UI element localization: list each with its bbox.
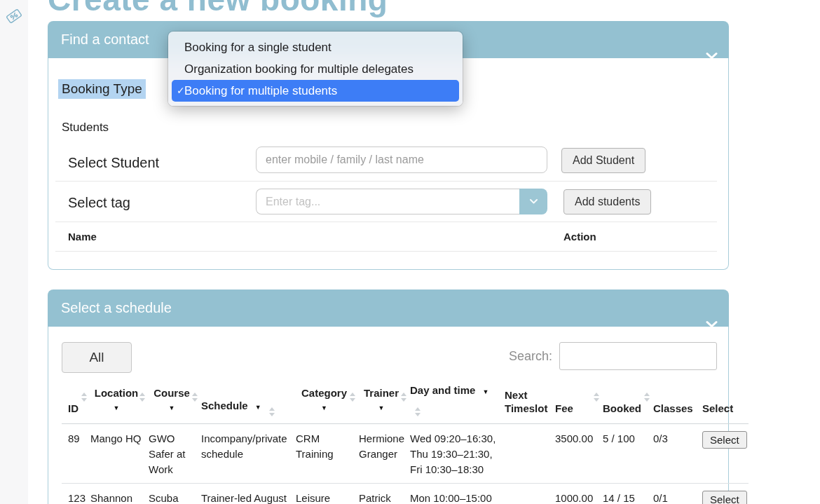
col-header-id[interactable]: ID (62, 379, 90, 423)
sort-icon (401, 393, 406, 402)
schedule-row-89: 89 Mango HQ GWO Safer at Work Incompany/… (62, 423, 749, 483)
cell-day-time: Wed 09:20–16:30, Thu 19:30–21:30, Fri 10… (409, 423, 504, 483)
divider (55, 181, 717, 182)
main-content: Create a new booking Find a contact Book… (28, 0, 820, 504)
schedule-row-123: 123 Shannon Leisure Scuba Diving Trainer… (62, 483, 749, 504)
sort-icon (594, 393, 599, 402)
filter-dropdown-icon[interactable]: ▼ (90, 402, 142, 415)
chevron-down-icon (529, 196, 538, 207)
cell-select: Select (702, 483, 749, 504)
dropdown-option-organization[interactable]: Organization booking for multiple delega… (168, 58, 463, 80)
filter-dropdown-icon[interactable]: ▼ (359, 402, 404, 415)
select-schedule-button[interactable]: Select (702, 491, 747, 504)
cell-id: 89 (62, 423, 90, 483)
add-student-button[interactable]: Add Student (561, 148, 645, 173)
col-header-select: Select (702, 379, 749, 423)
cell-schedule: Trainer-led August 2023 (200, 483, 295, 504)
filter-dropdown-icon[interactable]: ▼ (296, 402, 353, 415)
cell-next-timeslot (504, 483, 554, 504)
select-schedule-panel: Select a schedule All Search: ID (48, 290, 729, 504)
cell-trainer: Patrick Star (358, 483, 409, 504)
sort-icon (415, 407, 421, 416)
sort-icon (269, 407, 275, 416)
cell-location: Mango HQ (90, 423, 148, 483)
sort-icon (192, 393, 198, 402)
dropdown-option-single-student[interactable]: Booking for a single student (168, 36, 463, 58)
col-header-fee[interactable]: Fee (554, 379, 602, 423)
col-header-course[interactable]: Course ▼ (148, 379, 200, 423)
divider (55, 251, 717, 252)
select-schedule-title: Select a schedule (61, 300, 172, 315)
col-header-next-timeslot[interactable]: Next Timeslot (504, 379, 554, 423)
col-header-trainer[interactable]: Trainer ▼ (358, 379, 409, 423)
cell-fee: 3500.00 (554, 423, 602, 483)
all-filter-button[interactable]: All (62, 342, 132, 373)
col-header-schedule[interactable]: Schedule ▼ (200, 379, 295, 423)
booking-type-dropdown: Booking for a single student Organizatio… (168, 32, 463, 106)
students-label: Students (62, 121, 109, 135)
sort-icon (350, 393, 355, 402)
col-header-category[interactable]: Category ▼ (295, 379, 358, 423)
schedule-table: ID Location ▼ Course ▼ (62, 379, 749, 504)
booking-type-label: Booking Type (58, 79, 146, 99)
cell-category: Leisure (295, 483, 358, 504)
schedule-table-header-row: ID Location ▼ Course ▼ (62, 379, 749, 423)
cell-booked: 5 / 100 (602, 423, 652, 483)
find-contact-title: Find a contact (61, 32, 149, 47)
select-schedule-panel-header[interactable]: Select a schedule (48, 290, 729, 327)
checkmark-icon: ✓ (177, 80, 185, 102)
col-header-day-time[interactable]: Day and time ▼ (409, 379, 504, 423)
contacts-action-header: Action (563, 231, 596, 243)
cell-location: Shannon Leisure (90, 483, 148, 504)
sort-icon (81, 393, 87, 402)
filter-dropdown-icon[interactable]: ▼ (483, 388, 489, 395)
select-student-label: Select Student (68, 155, 159, 171)
tag-input[interactable] (256, 189, 519, 214)
cell-select: Select (702, 423, 749, 483)
cell-trainer: Hermione Granger (358, 423, 409, 483)
select-tag-label: Select tag (68, 195, 130, 211)
coupon-icon[interactable] (4, 6, 24, 29)
find-contact-panel: Find a contact Booking Type Students Sel… (48, 21, 729, 270)
cell-category: CRM Training (295, 423, 358, 483)
cell-booked: 14 / 15 (602, 483, 652, 504)
tag-dropdown-button[interactable] (519, 189, 547, 214)
search-input[interactable] (559, 342, 717, 370)
select-student-input[interactable] (256, 147, 547, 173)
add-students-button[interactable]: Add students (563, 189, 651, 214)
page-title: Create a new booking (48, 0, 388, 18)
cell-next-timeslot (504, 423, 554, 483)
cell-id: 123 (62, 483, 90, 504)
dropdown-option-multiple-students[interactable]: ✓ Booking for multiple students (172, 80, 459, 102)
col-header-location[interactable]: Location ▼ (90, 379, 148, 423)
search-label: Search: (509, 349, 552, 364)
select-schedule-panel-body: All Search: ID Location (48, 327, 729, 504)
cell-classes: 0/3 (652, 423, 702, 483)
cell-schedule: Incompany/private schedule (200, 423, 295, 483)
contacts-name-header: Name (68, 231, 97, 243)
filter-dropdown-icon[interactable]: ▼ (149, 402, 195, 415)
divider (55, 222, 717, 222)
cell-classes: 0/1 (652, 483, 702, 504)
cell-day-time: Mon 10:00–15:00 (409, 483, 504, 504)
cell-course: Scuba Diving (148, 483, 200, 504)
sort-icon (644, 393, 650, 402)
col-header-booked[interactable]: Booked (602, 379, 652, 423)
sort-icon (139, 393, 145, 402)
cell-course: GWO Safer at Work (148, 423, 200, 483)
left-sidebar (0, 0, 28, 504)
select-schedule-button[interactable]: Select (702, 431, 747, 449)
filter-dropdown-icon[interactable]: ▼ (255, 404, 261, 411)
cell-fee: 1000.00 (554, 483, 602, 504)
tag-select-group (256, 189, 547, 214)
col-header-classes[interactable]: Classes (652, 379, 702, 423)
